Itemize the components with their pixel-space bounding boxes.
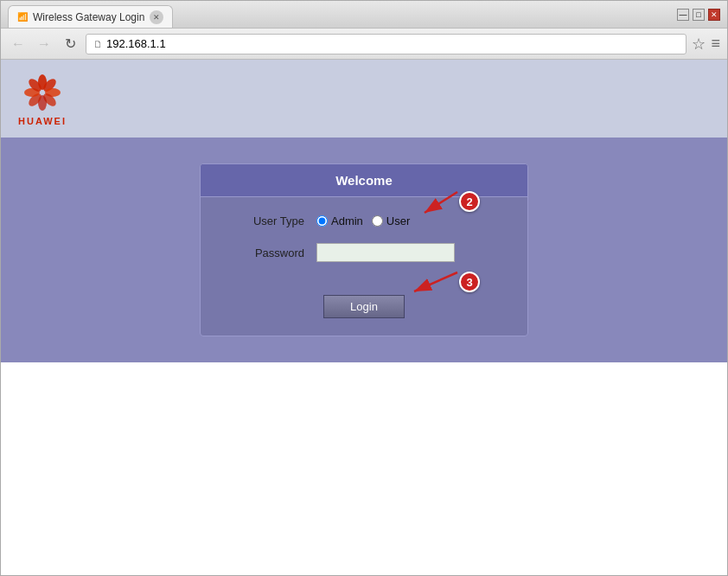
title-bar: 📶 Wireless Gateway Login ✕ 1 — — [1, 1, 727, 29]
nav-bar: ← → ↻ 🗋 ☆ ≡ — [1, 29, 727, 60]
user-label: User — [386, 214, 410, 227]
user-radio-option[interactable]: User — [372, 214, 410, 227]
address-input[interactable] — [106, 37, 679, 50]
close-button[interactable]: ✕ — [708, 9, 720, 21]
huawei-brand-text: HUAWEI — [18, 116, 67, 126]
nav-right-icons: ☆ ≡ — [692, 35, 720, 54]
password-label: Password — [227, 246, 304, 259]
minimize-button[interactable]: — — [677, 9, 689, 21]
login-button[interactable]: Login — [323, 295, 405, 318]
bookmark-icon[interactable]: ☆ — [692, 35, 706, 54]
address-bar[interactable]: 🗋 — [86, 34, 686, 54]
maximize-button[interactable]: □ — [693, 9, 705, 21]
admin-label: Admin — [331, 214, 363, 227]
browser-window: 📶 Wireless Gateway Login ✕ 1 — — [0, 0, 728, 576]
login-footer: Login — [201, 295, 527, 336]
forward-button[interactable]: → — [34, 34, 54, 54]
login-box: Welcome User Type Admin — [200, 163, 528, 336]
user-radio[interactable] — [372, 215, 383, 227]
password-input[interactable] — [316, 243, 455, 262]
back-button[interactable]: ← — [8, 34, 29, 54]
tab-close-button[interactable]: ✕ — [150, 10, 163, 24]
window-controls: — □ ✕ — [677, 9, 720, 21]
reload-button[interactable]: ↻ — [60, 34, 80, 54]
site-header: HUAWEI — [1, 60, 727, 138]
password-row: Password — [227, 243, 501, 262]
menu-icon[interactable]: ≡ — [711, 35, 720, 53]
login-body: User Type Admin User — [201, 197, 527, 295]
user-type-row: User Type Admin User — [227, 214, 501, 227]
browser-tab[interactable]: 📶 Wireless Gateway Login ✕ — [8, 5, 173, 28]
page-content: HUAWEI Welcome User Type — [1, 60, 727, 575]
tab-area: 📶 Wireless Gateway Login ✕ — [8, 1, 677, 28]
user-type-label: User Type — [227, 214, 304, 227]
user-type-radio-group: Admin User — [316, 214, 410, 227]
main-content: Welcome User Type Admin — [1, 138, 727, 362]
huawei-logo: HUAWEI — [18, 71, 67, 126]
tab-favicon-icon: 📶 — [17, 12, 28, 22]
tab-label: Wireless Gateway Login — [33, 11, 144, 23]
login-header: Welcome — [201, 164, 527, 197]
login-button-label: Login — [350, 300, 378, 313]
login-title: Welcome — [335, 173, 393, 188]
page-icon: 🗋 — [93, 39, 103, 49]
huawei-logo-icon — [18, 71, 67, 114]
admin-radio-option[interactable]: Admin — [316, 214, 363, 227]
admin-radio[interactable] — [316, 215, 328, 227]
